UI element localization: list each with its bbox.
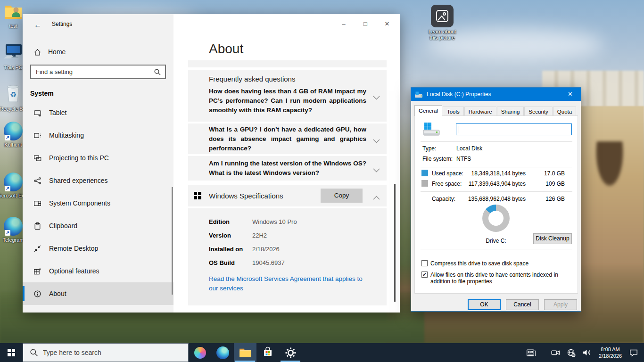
used-space-swatch xyxy=(421,170,428,176)
compress-checkbox-row[interactable]: Compress this drive to save disk space xyxy=(421,260,572,267)
sidebar-item-home[interactable]: Home xyxy=(29,43,167,60)
edge-icon: ↗ xyxy=(4,173,23,191)
copilot-icon xyxy=(194,347,206,359)
chevron-up-icon[interactable] xyxy=(373,193,380,202)
tab-security[interactable]: Security xyxy=(524,107,553,116)
projecting-icon xyxy=(33,154,41,162)
sidebar-scrollbar[interactable] xyxy=(172,187,173,295)
sidebar-item-optional-features[interactable]: Optional features xyxy=(23,260,173,282)
share-icon xyxy=(33,176,41,185)
taskbar-settings-button[interactable] xyxy=(279,343,302,362)
maximize-button[interactable]: □ xyxy=(355,17,376,31)
divider xyxy=(421,167,572,167)
taskbar-edge-button[interactable] xyxy=(211,343,234,362)
sidebar-item-multitasking[interactable]: Multitasking xyxy=(23,124,173,147)
edge-shortcut-icon: ↗ xyxy=(4,122,23,140)
tab-tools[interactable]: Tools xyxy=(443,107,464,116)
action-center-icon xyxy=(629,348,638,357)
taskbar-search-placeholder: Type here to search xyxy=(43,349,101,356)
close-button[interactable]: ✕ xyxy=(376,17,398,31)
field-label: Type: xyxy=(422,145,436,152)
faq-card: What is a GPU? I don’t have a dedicated … xyxy=(188,123,387,154)
home-icon xyxy=(33,48,41,56)
sidebar-item-label: Shared experiences xyxy=(49,177,108,184)
taskbar-file-explorer-button[interactable] xyxy=(234,343,256,362)
volume-label-input[interactable] xyxy=(456,123,572,135)
dialog-close-button[interactable]: ✕ xyxy=(560,88,581,101)
disk-properties-dialog: Local Disk (C:) Properties ✕ General Too… xyxy=(411,87,581,312)
sidebar-item-remote-desktop[interactable]: Remote Desktop xyxy=(23,237,173,260)
drive-label: Drive C: xyxy=(472,238,520,244)
remote-desktop-icon xyxy=(33,244,41,253)
taskbar-copilot-button[interactable] xyxy=(189,343,211,362)
shortcut-arrow-icon: ↗ xyxy=(5,230,10,236)
news-widget-button[interactable] xyxy=(523,343,539,362)
store-icon xyxy=(262,346,274,359)
free-space-swatch xyxy=(421,180,428,187)
chevron-down-icon[interactable] xyxy=(373,137,380,145)
svg-text:♻: ♻ xyxy=(10,90,17,99)
content-scrollbar[interactable] xyxy=(394,184,396,302)
faq-question: Am I running the latest version of the W… xyxy=(209,159,366,178)
tab-general[interactable]: General xyxy=(414,105,442,116)
general-tab-page: Type: Local Disk File system: NTFS Used … xyxy=(414,115,578,294)
spec-row: OS Build19045.6937 xyxy=(209,259,285,266)
index-checkbox-row[interactable]: ✓ Allow files on this drive to have cont… xyxy=(421,272,574,285)
start-button[interactable] xyxy=(0,343,23,362)
meet-now-button[interactable] xyxy=(548,343,563,362)
faq-title: Frequently asked questions xyxy=(209,75,295,83)
ok-button[interactable]: OK xyxy=(468,299,501,310)
spec-label: OS Build xyxy=(209,259,252,266)
taskbar-store-button[interactable] xyxy=(256,343,279,362)
services-agreement-link[interactable]: Read the Microsoft Services Agreement th… xyxy=(209,274,364,293)
cancel-button[interactable]: Cancel xyxy=(506,299,539,310)
text-caret xyxy=(459,126,459,133)
faq-card: Am I running the latest version of the W… xyxy=(188,156,387,181)
search-input[interactable] xyxy=(30,65,166,79)
action-center-button[interactable] xyxy=(626,343,644,362)
checkbox-label: Allow files on this drive to have conten… xyxy=(430,272,574,285)
sidebar-item-label: Tablet xyxy=(49,109,66,116)
windows-logo-icon xyxy=(194,192,201,199)
desktop-icon-learn-about-picture[interactable]: Learn about this picture xyxy=(424,5,461,41)
back-button[interactable]: ← xyxy=(31,19,44,31)
disk-cleanup-button[interactable]: Disk Cleanup xyxy=(533,233,572,244)
speaker-icon xyxy=(582,349,592,356)
tab-sharing[interactable]: Sharing xyxy=(497,107,524,116)
sidebar-item-tablet[interactable]: Tablet xyxy=(23,101,173,124)
search-icon xyxy=(154,68,161,78)
network-button[interactable] xyxy=(563,343,579,362)
field-value: Local Disk xyxy=(456,145,482,152)
copy-button[interactable]: Copy xyxy=(321,189,363,203)
taskbar-clock[interactable]: 8:08 AM 2/18/2026 xyxy=(595,346,626,359)
sidebar-item-shared-experiences[interactable]: Shared experiences xyxy=(23,169,173,192)
clock-date: 2/18/2026 xyxy=(599,353,622,359)
specs-title: Windows Specifications xyxy=(209,192,283,200)
desktop-icon-label: Learn about this picture xyxy=(424,29,461,41)
shortcut-arrow-icon: ↗ xyxy=(5,186,10,191)
sidebar-item-label: About xyxy=(49,290,66,297)
search-icon xyxy=(30,348,38,357)
chevron-down-icon[interactable] xyxy=(373,93,380,102)
chevron-down-icon[interactable] xyxy=(373,166,380,174)
volume-button[interactable] xyxy=(579,343,595,362)
components-icon xyxy=(33,199,41,207)
spec-label: Installed on xyxy=(209,246,252,253)
shortcut-arrow-icon: ↗ xyxy=(5,135,10,140)
sidebar-item-label: Clipboard xyxy=(49,222,77,230)
tab-quota[interactable]: Quota xyxy=(553,107,576,116)
tab-hardware[interactable]: Hardware xyxy=(464,107,496,116)
sidebar-item-projecting[interactable]: Projecting to this PC xyxy=(23,147,173,169)
divider xyxy=(421,249,572,249)
checkbox-checked[interactable]: ✓ xyxy=(421,272,428,278)
sidebar-item-system-components[interactable]: System Components xyxy=(23,192,173,214)
minimize-button[interactable]: – xyxy=(333,17,355,31)
divider xyxy=(421,191,572,192)
sidebar-item-about[interactable]: About xyxy=(23,282,173,305)
taskbar-search[interactable]: Type here to search xyxy=(23,343,189,362)
settings-content: – □ ✕ About Frequently asked questions H… xyxy=(173,14,400,313)
checkbox-unchecked[interactable] xyxy=(421,260,428,266)
field-value: NTFS xyxy=(456,156,471,162)
spec-row: Installed on2/18/2026 xyxy=(209,246,280,253)
sidebar-item-clipboard[interactable]: Clipboard xyxy=(23,214,173,237)
